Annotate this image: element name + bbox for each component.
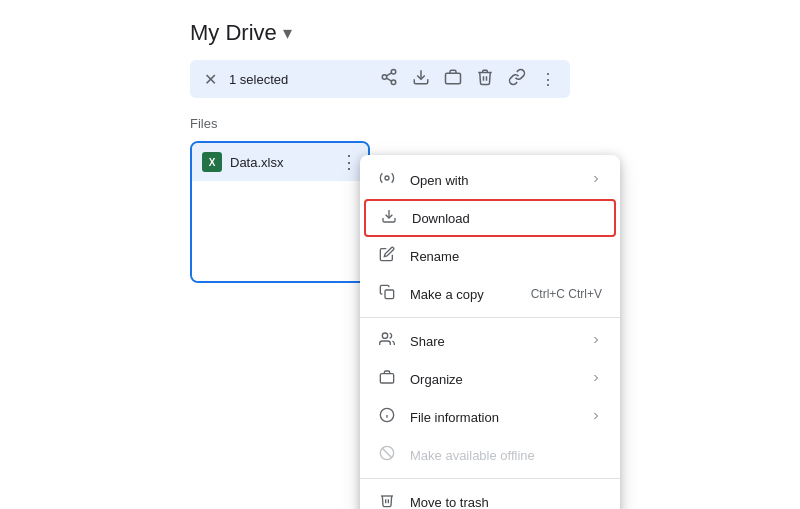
file-info-icon [378, 407, 396, 427]
download-icon [380, 208, 398, 228]
open-with-label: Open with [410, 173, 576, 188]
download-label: Download [412, 211, 600, 226]
menu-item-download[interactable]: Download [364, 199, 616, 237]
menu-item-file-info[interactable]: File information [360, 398, 620, 436]
file-more-button[interactable]: ⋮ [340, 151, 358, 173]
selected-count-label: 1 selected [229, 72, 368, 87]
open-with-arrow [590, 173, 602, 188]
organize-icon [378, 369, 396, 389]
page-title: My Drive [190, 20, 277, 46]
toolbar-actions: ⋮ [380, 68, 556, 90]
main-content: My Drive ▾ ✕ 1 selected ⋮ Files [160, 0, 640, 509]
page-title-row: My Drive ▾ [190, 20, 610, 46]
file-card[interactable]: X Data.xlsx ⋮ [190, 141, 370, 283]
svg-line-16 [382, 448, 391, 457]
menu-item-offline: Make available offline [360, 436, 620, 474]
more-toolbar-icon[interactable]: ⋮ [540, 70, 556, 89]
offline-icon [378, 445, 396, 465]
trash-label: Move to trash [410, 495, 602, 510]
download-toolbar-icon[interactable] [412, 68, 430, 90]
menu-item-share[interactable]: Share [360, 322, 620, 360]
rename-label: Rename [410, 249, 602, 264]
open-with-icon [378, 170, 396, 190]
make-copy-label: Make a copy [410, 287, 517, 302]
svg-point-10 [382, 333, 387, 338]
svg-rect-11 [380, 374, 393, 383]
svg-point-7 [385, 176, 389, 180]
share-icon [378, 331, 396, 351]
share-label: Share [410, 334, 576, 349]
menu-item-organize[interactable]: Organize [360, 360, 620, 398]
make-copy-shortcut: Ctrl+C Ctrl+V [531, 287, 602, 301]
move-toolbar-icon[interactable] [444, 68, 462, 90]
file-card-body [192, 181, 368, 281]
menu-divider [360, 478, 620, 479]
menu-item-make-copy[interactable]: Make a copyCtrl+C Ctrl+V [360, 275, 620, 313]
menu-divider [360, 317, 620, 318]
organize-arrow [590, 372, 602, 387]
menu-item-rename[interactable]: Rename [360, 237, 620, 275]
file-info-arrow [590, 410, 602, 425]
close-selection-button[interactable]: ✕ [204, 70, 217, 89]
organize-label: Organize [410, 372, 576, 387]
make-copy-icon [378, 284, 396, 304]
svg-line-4 [386, 73, 391, 76]
svg-rect-9 [385, 290, 394, 299]
file-card-header: X Data.xlsx ⋮ [192, 143, 368, 181]
context-menu: Open withDownloadRenameMake a copyCtrl+C… [360, 155, 620, 509]
svg-point-1 [382, 75, 387, 80]
trash-toolbar-icon[interactable] [476, 68, 494, 90]
offline-label: Make available offline [410, 448, 602, 463]
file-info-label: File information [410, 410, 576, 425]
menu-item-trash[interactable]: Move to trash [360, 483, 620, 509]
menu-item-open-with[interactable]: Open with [360, 161, 620, 199]
share-toolbar-icon[interactable] [380, 68, 398, 90]
svg-line-3 [386, 78, 391, 81]
files-section-label: Files [190, 116, 610, 131]
svg-point-0 [391, 70, 396, 75]
trash-icon [378, 492, 396, 509]
excel-icon: X [202, 152, 222, 172]
selection-toolbar: ✕ 1 selected ⋮ [190, 60, 570, 98]
share-arrow [590, 334, 602, 349]
rename-icon [378, 246, 396, 266]
svg-rect-6 [446, 73, 461, 84]
file-name-label: Data.xlsx [230, 155, 332, 170]
svg-point-2 [391, 80, 396, 85]
drive-dropdown-icon[interactable]: ▾ [283, 22, 292, 44]
link-toolbar-icon[interactable] [508, 68, 526, 90]
